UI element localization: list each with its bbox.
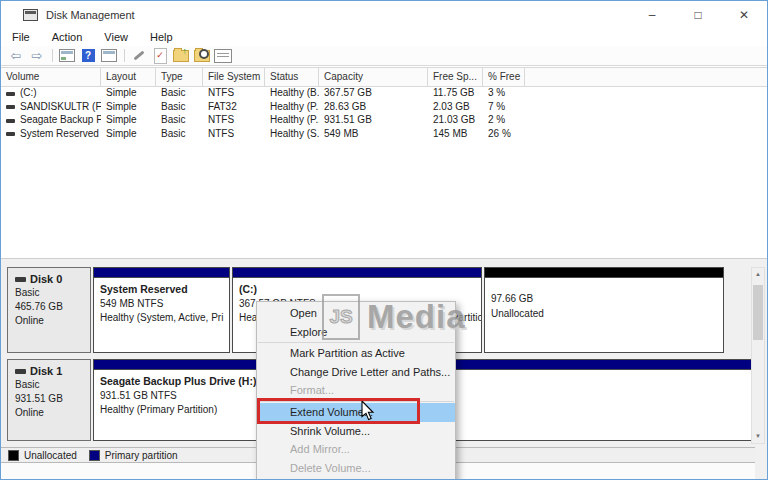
folder-up-icon: ↑ [173,50,189,62]
menu-view[interactable]: View [93,29,139,46]
volume-icon [6,92,15,96]
column-capacity[interactable]: Capacity [319,68,428,86]
partition-unallocated[interactable]: 97.66 GB Unallocated [484,267,724,353]
menu-bar: File Action View Help [1,29,767,46]
disk1-kind: Basic [15,379,39,390]
column-free-space[interactable]: Free Sp... [428,68,483,86]
minimize-button[interactable]: – [629,1,675,29]
column-filler [525,68,767,86]
volume-icon [6,132,15,136]
disk-management-window: Disk Management – □ ✕ File Action View H… [0,0,768,480]
column-status[interactable]: Status [265,68,319,86]
legend-unallocated-label: Unallocated [24,450,77,461]
column-file-system[interactable]: File System [203,68,265,86]
close-button[interactable]: ✕ [721,1,767,29]
disk1-size: 931.51 GB [15,393,63,404]
toolbar: ⇦ ⇨ ? ✓ ↑ [1,46,767,66]
watermark-name: Media [367,298,466,336]
table-row[interactable]: (C:) Simple Basic NTFS Healthy (B... 367… [1,86,767,100]
primary-partition-bar [233,268,481,278]
tools-button[interactable] [129,47,149,64]
mouse-cursor [361,401,375,421]
window-title: Disk Management [46,9,135,21]
annotation-highlight-box [257,398,420,424]
disk0-size: 465.76 GB [15,301,63,312]
wrench-icon [133,50,144,60]
column-type[interactable]: Type [156,68,203,86]
legend-primary-label: Primary partition [105,450,178,461]
partition-system-reserved[interactable]: System Reserved 549 MB NTFS Healthy (Sys… [93,267,230,353]
maximize-button[interactable]: □ [675,1,721,29]
help-button[interactable]: ? [78,47,98,64]
unallocated-swatch [8,450,19,461]
column-layout[interactable]: Layout [101,68,156,86]
menu-separator [258,342,454,343]
volume-table-header: Volume Layout Type File System Status Ca… [1,67,767,87]
menu-action[interactable]: Action [41,29,94,46]
watermark-initials: JS [322,294,360,340]
show-window-button[interactable] [99,47,119,64]
disk0-label[interactable]: Disk 0 Basic 465.76 GB Online [7,267,91,353]
console-tree-button[interactable] [57,47,77,64]
disk-icon [15,277,26,282]
toolbar-separator [124,49,125,62]
back-arrow-icon: ⇦ [11,49,22,62]
disk1-name: Disk 1 [30,364,62,378]
help-icon: ? [82,49,95,62]
disk1-label[interactable]: Disk 1 Basic 931.51 GB Online [7,359,91,441]
menu-file[interactable]: File [1,29,41,46]
scroll-down-icon[interactable]: ▼ [752,430,764,443]
table-row[interactable]: Seagate Backup Pl... Simple Basic NTFS H… [1,113,767,127]
window-pane-icon [101,49,117,62]
disk-icon [15,369,26,374]
details-button[interactable] [213,47,233,64]
scroll-up-icon[interactable]: ▲ [752,268,764,281]
disk0-name: Disk 0 [30,272,62,286]
disk0-kind: Basic [15,287,39,298]
forward-button[interactable]: ⇨ [27,47,47,64]
menu-item-change-drive-letter[interactable]: Change Drive Letter and Paths... [257,363,455,382]
document-check-icon: ✓ [154,48,167,64]
watermark: JS Media [322,294,466,340]
back-button[interactable]: ⇦ [6,47,26,64]
menu-item-mark-partition-active[interactable]: Mark Partition as Active [257,344,455,363]
disk1-state: Online [15,407,44,418]
menu-item-delete-volume: Delete Volume... [257,459,455,478]
title-bar: Disk Management – □ ✕ [1,1,767,29]
menu-item-add-mirror: Add Mirror... [257,440,455,459]
folder-magnifier-icon [194,50,210,62]
list-details-icon [214,49,232,63]
volume-icon [6,119,15,123]
menu-help[interactable]: Help [139,29,184,46]
console-window-icon [59,49,75,62]
volume-icon [6,105,15,109]
export-list-button[interactable]: ✓ [150,47,170,64]
disk0-state: Online [15,315,44,326]
refresh-button[interactable]: ↑ [171,47,191,64]
table-row[interactable]: SANDISKULTR (F:) Simple Basic FAT32 Heal… [1,100,767,114]
rescan-button[interactable] [192,47,212,64]
menu-item-shrink-volume[interactable]: Shrink Volume... [257,422,455,441]
toolbar-separator [52,49,53,62]
primary-partition-bar [94,268,229,278]
table-row[interactable]: System Reserved Simple Basic NTFS Health… [1,127,767,141]
vertical-scrollbar[interactable]: ▲ ▼ [751,267,765,444]
volume-list: (C:) Simple Basic NTFS Healthy (B... 367… [1,86,767,140]
forward-arrow-icon: ⇨ [32,49,43,62]
disk-management-app-icon [23,9,38,21]
column-volume[interactable]: Volume [1,68,101,86]
primary-partition-swatch [89,450,100,461]
unallocated-bar [485,268,723,278]
scrollbar-thumb[interactable] [753,285,763,340]
window-controls: – □ ✕ [629,1,767,29]
column-percent-free[interactable]: % Free [483,68,525,86]
